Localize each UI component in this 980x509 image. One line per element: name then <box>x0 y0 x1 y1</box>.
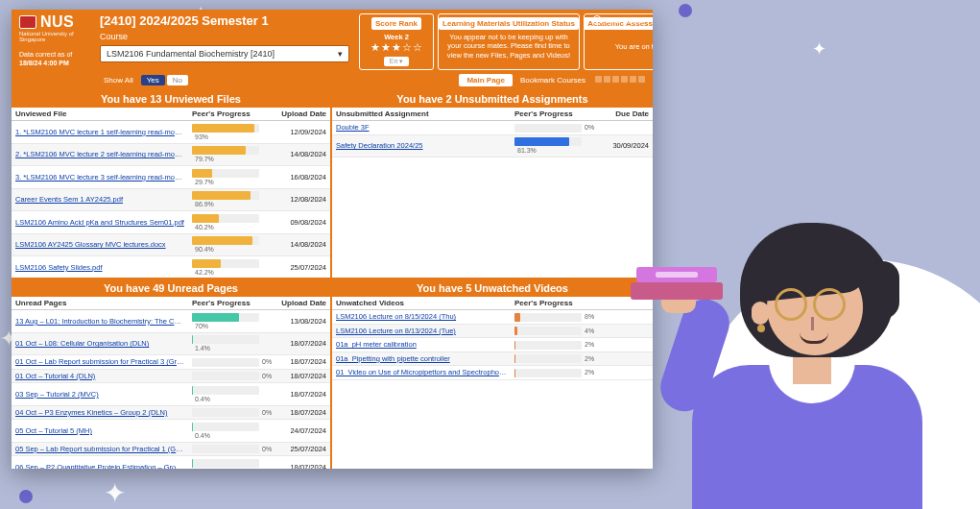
toggle-no[interactable]: No <box>167 75 188 85</box>
item-link[interactable]: LSM2106 AY2425 Glossary MVC lectures.doc… <box>12 238 188 251</box>
table-row: 05 Sep – Lab Report submission for Pract… <box>12 443 330 457</box>
date-cell: 18/07/2024 <box>276 355 330 368</box>
videos-quad: You have 5 Unwatched VideosUnwatched Vid… <box>332 279 653 469</box>
item-link[interactable]: 05 Sep – Lab Report submission for Pract… <box>12 443 188 455</box>
illustration-person <box>615 106 980 509</box>
pages-quad: You have 49 Unread PagesUnread PagesPeer… <box>12 279 332 469</box>
item-link[interactable]: 06 Sep – P2 Quantitative Protein Estimat… <box>12 461 188 469</box>
peer-progress: 4% <box>511 325 599 338</box>
date-cell: 25/07/2024 <box>276 443 330 455</box>
assignments-rows: Double 3F0%Safety Declaration 2024/2581.… <box>332 121 653 278</box>
table-row: 04 Oct – P3 Enzymes Kinetics – Group 2 (… <box>12 406 330 421</box>
peer-progress: 0% <box>511 121 599 134</box>
peer-progress: 2% <box>511 352 599 366</box>
star-rating: ★★★☆☆ <box>370 41 423 54</box>
date-cell <box>599 126 653 130</box>
bookmark-label: Bookmark Courses <box>520 76 586 85</box>
lang-select[interactable]: En ▾ <box>384 57 410 66</box>
item-link[interactable]: 3. *LSM2106 MVC lecture 3 self-learning … <box>12 171 188 183</box>
item-link[interactable]: 1. *LSM2106 MVC lecture 1 self-learning … <box>12 126 188 138</box>
item-link[interactable]: LSM2106 Amino Acid pKa and Structures Se… <box>12 216 188 229</box>
brand-block: NUS National University of Singapore Dat… <box>19 13 90 67</box>
date-cell: 18/07/2024 <box>276 337 330 350</box>
score-rank-title: Score Rank <box>371 17 421 30</box>
item-link[interactable]: 13 Aug – L01: Introduction to Biochemist… <box>12 315 188 327</box>
assignments-title: You have 2 Unsubmitted Assignments <box>332 90 653 108</box>
table-row: LSM2106 AY2425 Glossary MVC lectures.doc… <box>12 234 330 257</box>
course-select[interactable]: LSM2106 Fundamental Biochemistry [2410] … <box>100 45 349 62</box>
table-row: 13 Aug – L01: Introduction to Biochemist… <box>12 310 330 333</box>
item-link[interactable]: Safety Declaration 2024/25 <box>332 139 511 152</box>
week-label: Week 2 <box>384 33 409 41</box>
date-cell: 18/07/2024 <box>276 406 330 419</box>
dashboard-panel: NUS National University of Singapore Dat… <box>12 10 653 469</box>
item-link[interactable]: LSM2106 Lecture on 8/15/2024 (Thu) <box>332 310 511 323</box>
main-page-button[interactable]: Main Page <box>459 74 513 86</box>
date-cell: 13/08/2024 <box>276 315 330 327</box>
data-correct: Data correct as of 18/8/24 4:00 PM <box>19 50 72 67</box>
course-label: Course <box>100 32 349 41</box>
table-row: 01 Oct – Tutorial 4 (DLN)0%18/07/2024 <box>12 370 330 384</box>
item-link[interactable]: 01_Video on Use of Micropipettors and Sp… <box>332 366 511 378</box>
assignments-columns: Unsubmitted AssignmentPeer's ProgressDue… <box>332 108 653 121</box>
aas-msg: You are on track! <box>615 42 653 51</box>
peer-progress: 0.4% <box>188 456 276 469</box>
table-row: 01_Video on Use of Micropipettors and Sp… <box>332 366 653 380</box>
info-icon: i <box>592 15 602 25</box>
user-guide-link[interactable]: i User Guide <box>592 15 643 25</box>
table-row: 01 Oct – Lab Report submission for Pract… <box>12 355 330 370</box>
date-cell: 14/08/2024 <box>276 148 330 160</box>
files-title: You have 13 Unviewed Files <box>12 90 330 108</box>
peer-progress: 29.7% <box>188 166 276 188</box>
peer-progress: 42.2% <box>188 256 276 278</box>
item-link[interactable]: 04 Oct – P3 Enzymes Kinetics – Group 2 (… <box>12 406 188 419</box>
item-link[interactable]: 01 Oct – L08: Cellular Organisation (DLN… <box>12 337 188 350</box>
item-link[interactable]: 01 Oct – Tutorial 4 (DLN) <box>12 370 188 382</box>
item-link[interactable]: LSM2106 Lecture on 8/13/2024 (Tue) <box>332 325 511 337</box>
date-cell: 24/07/2024 <box>276 424 330 437</box>
chevron-down-icon: ▾ <box>338 49 343 59</box>
item-link[interactable]: 01a_Pipetting with pipette controller <box>332 352 511 365</box>
item-link[interactable]: 2. *LSM2106 MVC lecture 2 self-learning … <box>12 148 188 160</box>
date-cell: 12/08/2024 <box>276 193 330 206</box>
date-cell: 25/07/2024 <box>276 261 330 274</box>
item-link[interactable]: 01 Oct – Lab Report submission for Pract… <box>12 355 188 368</box>
item-link[interactable]: Double 3F <box>332 121 511 133</box>
peer-progress: 0.4% <box>188 383 276 405</box>
table-row: 01a_Pipetting with pipette controller2% <box>332 352 653 367</box>
item-link[interactable]: LSM2106 Safety Slides.pdf <box>12 261 188 274</box>
course-selected-value: LSM2106 Fundamental Biochemistry [2410] <box>107 49 275 59</box>
table-row: Safety Declaration 2024/2581.3%30/09/202… <box>332 135 653 158</box>
date-cell: 14/08/2024 <box>276 238 330 251</box>
files-columns: Unviewed FilePeer's ProgressUpload Date <box>12 108 330 121</box>
files-quad: You have 13 Unviewed FilesUnviewed FileP… <box>12 90 332 279</box>
header-row-2: Show All Yes No Main Page Bookmark Cours… <box>19 70 645 88</box>
date-cell: 16/08/2024 <box>276 171 330 183</box>
peer-progress: 1.4% <box>188 333 276 355</box>
item-link[interactable]: 05 Oct – Tutorial 5 (MH) <box>12 424 188 437</box>
peer-progress: 0% <box>188 443 276 456</box>
peer-progress: 0% <box>188 370 276 383</box>
item-link[interactable]: Career Events Sem 1 AY2425.pdf <box>12 193 188 206</box>
data-correct-label: Data correct as of <box>19 50 72 59</box>
toggle-yes[interactable]: Yes <box>141 75 165 85</box>
score-rank-card[interactable]: Score Rank Week 2 ★★★☆☆ En ▾ <box>359 13 434 70</box>
item-link[interactable]: 03 Sep – Tutorial 2 (MVC) <box>12 388 188 400</box>
date-cell <box>599 315 653 319</box>
peer-progress: 70% <box>188 310 276 332</box>
bookmark-slots[interactable] <box>593 76 645 85</box>
date-cell <box>599 343 653 347</box>
lmu-card[interactable]: Learning Materials Utilization Status Yo… <box>438 13 580 70</box>
table-row: LSM2106 Amino Acid pKa and Structures Se… <box>12 211 330 234</box>
quadrant-grid: You have 13 Unviewed FilesUnviewed FileP… <box>12 90 653 469</box>
table-row: 01a_pH meter calibration2% <box>332 338 653 352</box>
header: NUS National University of Singapore Dat… <box>12 10 653 90</box>
pages-title: You have 49 Unread Pages <box>12 279 330 297</box>
table-row: Career Events Sem 1 AY2425.pdf86.9%12/08… <box>12 189 330 212</box>
item-link[interactable]: 01a_pH meter calibration <box>332 338 511 351</box>
show-all-toggle[interactable]: Yes No <box>141 75 188 85</box>
user-guide-label: User Guide <box>605 16 643 25</box>
lmu-msg: You appear not to be keeping up with you… <box>443 33 574 60</box>
table-row: 01 Oct – L08: Cellular Organisation (DLN… <box>12 333 330 356</box>
peer-progress: 86.9% <box>188 189 276 211</box>
